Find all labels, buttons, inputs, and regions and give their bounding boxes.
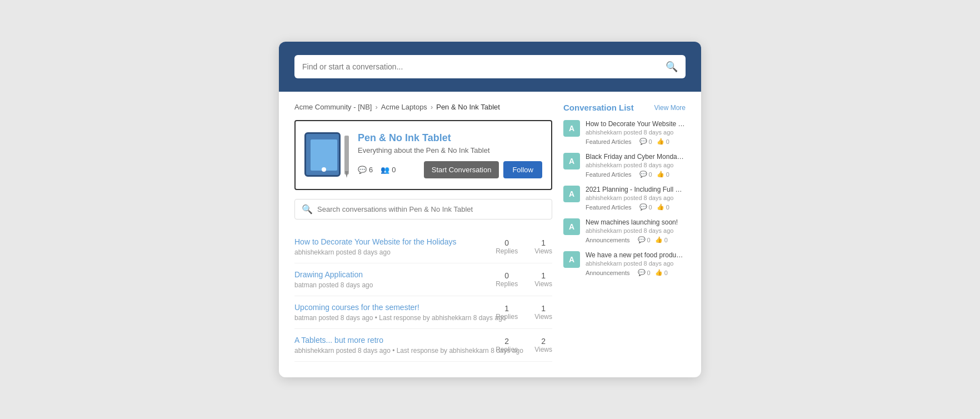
right-conv-author-2: abhishekkarn posted 8 days ago — [586, 194, 686, 201]
right-conv-item-1: A Black Friday and Cyber Monday Ch... ab… — [563, 153, 686, 178]
tablet-icon — [304, 132, 341, 177]
avatar-4: A — [563, 251, 580, 268]
follow-button[interactable]: Follow — [503, 161, 542, 178]
member-count: 0 — [392, 166, 396, 174]
conv-list-header: Conversation List View More — [563, 103, 686, 112]
comment-count-1: 💬 0 — [639, 171, 652, 178]
avatar-2: A — [563, 186, 580, 202]
right-conv-tag-2: Featured Articles 💬 0 👍 0 — [586, 203, 686, 211]
views-stat: 1 Views — [534, 271, 552, 288]
list-item: How to Decorate Your Website for the Hol… — [294, 231, 552, 263]
conv-list-title: Conversation List — [563, 103, 634, 112]
right-conv-content-3: New machines launching soon! abhishekkar… — [586, 218, 686, 243]
replies-stat: 0 Replies — [496, 271, 518, 288]
breadcrumb-current: Pen & No Ink Tablet — [436, 103, 500, 111]
pen-tip — [345, 171, 348, 178]
tablet-button — [322, 167, 326, 172]
right-conv-content-0: How to Decorate Your Website for ... abh… — [586, 120, 686, 145]
comment-count-0: 💬 0 — [639, 138, 652, 145]
header-bar: 🔍 — [279, 42, 701, 92]
right-conv-item-3: A New machines launching soon! abhishekk… — [563, 218, 686, 243]
main-container: 🔍 Acme Community - [NB] › Acme Laptops ›… — [279, 42, 701, 377]
conv-meta-3: abhishekkarn posted 8 days ago • Last re… — [294, 347, 552, 355]
forum-header-card: Pen & No Ink Tablet Everything about the… — [294, 120, 552, 190]
start-conversation-button[interactable]: Start Conversation — [424, 161, 499, 178]
forum-meta: 💬 6 👥 0 — [358, 166, 396, 174]
right-conv-author-1: abhishekkarn posted 8 days ago — [586, 162, 686, 168]
forum-actions: Start Conversation Follow — [424, 161, 542, 178]
forum-image — [304, 130, 349, 180]
search-button[interactable]: 🔍 — [666, 61, 678, 73]
breadcrumb-home[interactable]: Acme Community - [NB] — [294, 103, 372, 111]
right-conv-author-3: abhishekkarn posted 8 days ago — [586, 227, 686, 234]
right-conv-tag-3: Announcements 💬 0 👍 0 — [586, 236, 686, 243]
comment-count-2: 💬 0 — [639, 203, 652, 211]
right-conv-title-2[interactable]: 2021 Planning - Including Full List ... — [586, 186, 686, 193]
right-conv-tag-4: Announcements 💬 0 👍 0 — [586, 269, 686, 276]
search-icon: 🔍 — [666, 61, 678, 72]
list-item: Drawing Application batman posted 8 days… — [294, 263, 552, 296]
search-bar: 🔍 — [294, 55, 686, 78]
breadcrumb-laptops[interactable]: Acme Laptops — [381, 103, 427, 111]
conv-stats-0: 0 Replies 1 Views — [496, 238, 552, 255]
right-conv-content-2: 2021 Planning - Including Full List ... … — [586, 186, 686, 211]
replies-stat: 0 Replies — [496, 238, 518, 255]
breadcrumb: Acme Community - [NB] › Acme Laptops › P… — [294, 103, 552, 111]
search-input[interactable] — [302, 62, 660, 71]
forum-title: Pen & No Ink Tablet — [358, 132, 542, 144]
right-conv-content-1: Black Friday and Cyber Monday Ch... abhi… — [586, 153, 686, 178]
tablet-screen — [311, 139, 337, 171]
breadcrumb-sep-1: › — [375, 103, 377, 111]
right-conv-item-0: A How to Decorate Your Website for ... a… — [563, 120, 686, 145]
right-conv-item-2: A 2021 Planning - Including Full List ..… — [563, 186, 686, 211]
search-conversations: 🔍 — [294, 199, 552, 220]
like-count-2: 👍 0 — [657, 203, 669, 211]
left-panel: Acme Community - [NB] › Acme Laptops › P… — [294, 103, 552, 362]
member-count-item: 👥 0 — [381, 166, 396, 174]
right-conv-item-4: A We have a new pet food product a... ab… — [563, 251, 686, 276]
right-conv-content-4: We have a new pet food product a... abhi… — [586, 251, 686, 276]
list-item: A Tablets... but more retro abhishekkarn… — [294, 329, 552, 362]
view-more-link[interactable]: View More — [654, 104, 686, 112]
breadcrumb-sep-2: › — [431, 103, 433, 111]
forum-desc: Everything about the Pen & No Ink Tablet — [358, 146, 542, 154]
content-area: Acme Community - [NB] › Acme Laptops › P… — [279, 92, 701, 377]
views-stat: 2 Views — [534, 337, 552, 353]
list-item: Upcoming courses for the semester! batma… — [294, 296, 552, 329]
comment-icon: 💬 — [358, 166, 367, 174]
avatar-1: A — [563, 153, 580, 169]
forum-info: Pen & No Ink Tablet Everything about the… — [358, 132, 542, 178]
conv-stats-1: 0 Replies 1 Views — [496, 271, 552, 288]
like-count-4: 👍 0 — [655, 269, 668, 276]
views-stat: 1 Views — [534, 238, 552, 255]
avatar-0: A — [563, 120, 580, 137]
conversations-list: How to Decorate Your Website for the Hol… — [294, 231, 552, 362]
comment-count: 6 — [369, 166, 373, 174]
views-stat: 1 Views — [534, 304, 552, 321]
right-conv-tag-0: Featured Articles 💬 0 👍 0 — [586, 138, 686, 145]
right-conv-title-1[interactable]: Black Friday and Cyber Monday Ch... — [586, 153, 686, 161]
right-conv-title-4[interactable]: We have a new pet food product a... — [586, 251, 686, 259]
member-icon: 👥 — [381, 166, 389, 174]
search-conv-input[interactable] — [317, 205, 545, 213]
right-conv-author-0: abhishekkarn posted 8 days ago — [586, 129, 686, 136]
right-conv-tag-1: Featured Articles 💬 0 👍 0 — [586, 171, 686, 178]
like-count-1: 👍 0 — [657, 171, 669, 178]
search-conv-icon: 🔍 — [302, 204, 313, 215]
comment-count-3: 💬 0 — [638, 236, 651, 243]
right-panel: Conversation List View More A How to Dec… — [563, 103, 686, 362]
avatar-3: A — [563, 218, 580, 235]
like-count-3: 👍 0 — [655, 236, 668, 243]
right-conv-title-3[interactable]: New machines launching soon! — [586, 218, 686, 226]
pen-icon — [344, 136, 349, 174]
comment-count-4: 💬 0 — [638, 269, 651, 276]
right-conv-author-4: abhishekkarn posted 8 days ago — [586, 260, 686, 267]
comment-count-item: 💬 6 — [358, 166, 373, 174]
like-count-0: 👍 0 — [657, 138, 669, 145]
right-conv-title-0[interactable]: How to Decorate Your Website for ... — [586, 120, 686, 128]
